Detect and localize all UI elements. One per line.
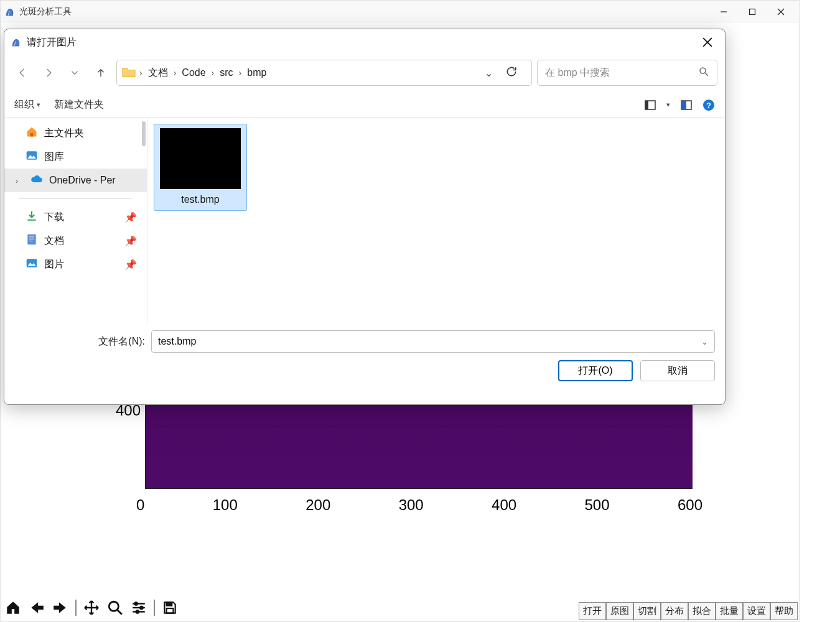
chart-xtick: 100 bbox=[213, 496, 238, 514]
pin-icon: 📌 bbox=[124, 235, 137, 247]
chevron-down-icon[interactable]: ⌄ bbox=[701, 337, 708, 346]
mpl-toolbar bbox=[2, 595, 181, 620]
document-icon bbox=[26, 233, 38, 248]
organize-menu[interactable]: 组织 ▾ bbox=[14, 98, 40, 111]
svg-line-6 bbox=[117, 610, 122, 615]
view-mode-icon[interactable] bbox=[644, 99, 656, 111]
app-btn-fit[interactable]: 拟合 bbox=[688, 602, 716, 620]
separator bbox=[154, 600, 155, 616]
sidebar-item-gallery[interactable]: 图库 bbox=[4, 145, 147, 169]
app-icon bbox=[4, 6, 16, 17]
nav-back-icon[interactable] bbox=[12, 62, 33, 83]
svg-text:?: ? bbox=[706, 101, 711, 110]
sidebar-item-onedrive[interactable]: › OneDrive - Per bbox=[4, 169, 147, 192]
search-placeholder: 在 bmp 中搜索 bbox=[545, 67, 610, 80]
app-btn-open[interactable]: 打开 bbox=[579, 602, 606, 620]
chevron-right-icon: › bbox=[239, 68, 242, 78]
app-btn-distribution[interactable]: 分布 bbox=[661, 602, 688, 620]
sidebar-item-pictures[interactable]: 图片 📌 bbox=[4, 253, 147, 276]
chevron-right-icon: › bbox=[139, 68, 142, 78]
dialog-body: 主文件夹 图库 › OneDrive - Per 下载 📌 文档 📌 bbox=[4, 118, 725, 324]
main-titlebar: 光斑分析工具 bbox=[1, 1, 799, 23]
file-name: test.bmp bbox=[157, 194, 244, 208]
svg-rect-26 bbox=[30, 133, 34, 137]
main-title: 光斑分析工具 bbox=[19, 6, 709, 17]
chart-xaxis: 0 100 200 300 400 500 600 bbox=[136, 496, 702, 514]
svg-line-19 bbox=[705, 73, 708, 76]
sidebar-item-documents[interactable]: 文档 📌 bbox=[4, 229, 147, 253]
dialog-toolbar: 组织 ▾ 新建文件夹 ▾ ? bbox=[4, 93, 725, 118]
svg-rect-2 bbox=[750, 9, 755, 15]
home-icon[interactable] bbox=[2, 597, 24, 618]
chart-xtick: 300 bbox=[399, 496, 424, 514]
pan-icon[interactable] bbox=[80, 597, 103, 618]
chart-xtick: 200 bbox=[306, 496, 330, 514]
open-button[interactable]: 打开(O) bbox=[558, 360, 633, 381]
dialog-titlebar: 请打开图片 bbox=[4, 29, 725, 55]
sidebar-item-downloads[interactable]: 下载 📌 bbox=[4, 205, 147, 229]
preview-pane-icon[interactable] bbox=[680, 99, 693, 111]
maximize-button[interactable] bbox=[738, 2, 767, 22]
dialog-bottom: 文件名(N): test.bmp ⌄ 打开(O) 取消 bbox=[4, 324, 725, 388]
chart-xtick: 0 bbox=[136, 496, 144, 514]
pictures-icon bbox=[26, 257, 38, 272]
app-btn-help[interactable]: 帮助 bbox=[770, 602, 798, 620]
sidebar-item-home[interactable]: 主文件夹 bbox=[4, 121, 147, 145]
dialog-close-button[interactable] bbox=[696, 34, 719, 51]
file-thumbnail bbox=[160, 128, 241, 189]
app-btn-settings[interactable]: 设置 bbox=[743, 602, 770, 620]
svg-point-11 bbox=[140, 606, 142, 609]
separator bbox=[19, 198, 132, 199]
new-folder-button[interactable]: 新建文件夹 bbox=[54, 98, 104, 111]
pin-icon: 📌 bbox=[124, 211, 137, 223]
zoom-icon[interactable] bbox=[104, 597, 126, 618]
app-btn-batch[interactable]: 批量 bbox=[716, 602, 743, 620]
minimize-button[interactable] bbox=[709, 2, 738, 22]
breadcrumb[interactable]: › 文档 › Code › src › bmp ⌄ bbox=[116, 60, 532, 86]
back-icon[interactable] bbox=[26, 597, 48, 618]
cancel-button[interactable]: 取消 bbox=[640, 360, 715, 381]
chart-xtick: 600 bbox=[678, 496, 702, 514]
svg-point-12 bbox=[136, 610, 139, 613]
filename-input[interactable]: test.bmp ⌄ bbox=[151, 330, 715, 353]
app-btn-cut[interactable]: 切割 bbox=[633, 602, 661, 620]
app-btn-original[interactable]: 原图 bbox=[606, 602, 633, 620]
separator bbox=[75, 600, 77, 616]
chevron-right-icon: › bbox=[212, 68, 215, 78]
svg-rect-21 bbox=[645, 101, 648, 109]
dialog-app-icon bbox=[11, 37, 22, 48]
chevron-down-icon[interactable]: ⌄ bbox=[485, 67, 493, 79]
chevron-right-icon: › bbox=[174, 68, 177, 78]
nav-recent-icon[interactable] bbox=[64, 62, 85, 83]
chevron-down-icon[interactable]: ▾ bbox=[666, 101, 670, 109]
help-icon[interactable]: ? bbox=[702, 99, 715, 111]
chart-xtick: 500 bbox=[585, 496, 610, 514]
svg-point-5 bbox=[109, 601, 118, 611]
crumb[interactable]: Code bbox=[180, 67, 207, 78]
search-input[interactable]: 在 bmp 中搜索 bbox=[537, 60, 717, 86]
filename-label: 文件名(N): bbox=[14, 335, 145, 348]
nav-forward-icon[interactable] bbox=[38, 62, 59, 83]
file-list[interactable]: test.bmp bbox=[147, 118, 725, 324]
svg-rect-13 bbox=[167, 602, 172, 605]
close-button[interactable] bbox=[767, 2, 795, 22]
crumb[interactable]: bmp bbox=[245, 67, 268, 78]
nav-up-icon[interactable] bbox=[90, 62, 111, 83]
crumb[interactable]: src bbox=[218, 67, 235, 78]
svg-rect-28 bbox=[27, 234, 35, 245]
crumb[interactable]: 文档 bbox=[146, 67, 170, 80]
cloud-icon bbox=[30, 173, 43, 188]
svg-rect-14 bbox=[167, 608, 174, 613]
chart-xtick: 400 bbox=[492, 496, 516, 514]
forward-icon[interactable] bbox=[49, 597, 72, 618]
search-icon bbox=[698, 66, 709, 80]
app-buttons: 打开 原图 切割 分布 拟合 批量 设置 帮助 bbox=[579, 602, 798, 620]
file-item-selected[interactable]: test.bmp bbox=[154, 124, 247, 211]
download-icon bbox=[26, 210, 38, 225]
scrollbar[interactable] bbox=[142, 121, 146, 146]
configure-icon[interactable] bbox=[128, 597, 150, 618]
refresh-icon[interactable] bbox=[505, 65, 526, 80]
save-icon[interactable] bbox=[159, 597, 181, 618]
chevron-right-icon: › bbox=[16, 176, 24, 185]
folder-icon bbox=[122, 67, 136, 79]
